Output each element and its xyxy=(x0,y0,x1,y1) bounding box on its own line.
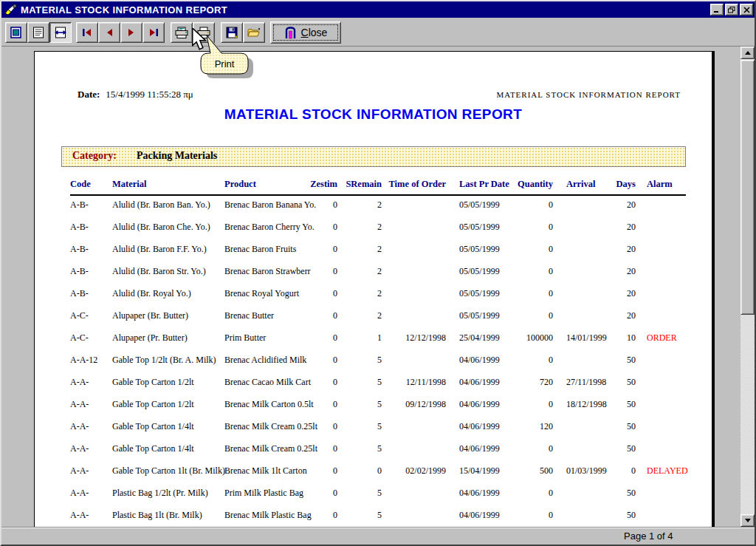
table-body: A-B-Alulid (Br. Baron Ban. Yo.)Brenac Ba… xyxy=(70,198,686,527)
window-title: MATERIAL STOCK INFORMATION REPORT xyxy=(21,4,709,16)
printer-setup-icon xyxy=(174,27,189,39)
cell-lastpr: 04/06/1999 xyxy=(459,377,522,388)
cell-zestim: 0 xyxy=(308,510,337,521)
cell-days: 20 xyxy=(611,310,636,321)
scroll-down-button[interactable] xyxy=(740,514,755,527)
table-row: A-B-Alulid (Br. Baron F.F. Yo.)Brenac Ba… xyxy=(70,242,686,265)
cell-zestim: 0 xyxy=(308,355,337,366)
first-page-button[interactable] xyxy=(76,22,98,43)
table-row: A-B-Alulid (Br. Baron Ban. Yo.)Brenac Ba… xyxy=(70,198,686,220)
up-arrow-icon xyxy=(745,48,751,55)
cell-sremain: 2 xyxy=(345,222,382,233)
table-row: A-C-Alupaper (Br. Butter)Brenac Butter02… xyxy=(70,309,686,331)
report-page: Date:15/4/1999 11:55:28 πμ MATERIAL STOC… xyxy=(34,51,715,527)
close-window-button[interactable] xyxy=(740,4,753,16)
table-row: A-A-Plastic Bag 1/2lt (Pr. Milk)Prim Mil… xyxy=(70,486,686,508)
close-report-button[interactable]: Close xyxy=(270,21,341,44)
zoom-fit-button[interactable] xyxy=(5,22,27,43)
column-header-alarm: Alarm xyxy=(647,179,686,190)
cell-code: A-C- xyxy=(70,310,110,321)
table-row: A-B-Alulid (Br. Royal Yo.)Brenac Royal Y… xyxy=(70,287,686,309)
cell-zestim: 0 xyxy=(308,266,337,277)
print-tooltip-label: Print xyxy=(215,58,235,69)
toolbar: Close xyxy=(1,18,755,46)
cell-sremain: 2 xyxy=(345,266,382,277)
cell-days: 50 xyxy=(611,421,636,432)
cell-sremain: 5 xyxy=(345,421,382,432)
cell-sremain: 1 xyxy=(345,332,382,344)
cell-sremain: 2 xyxy=(345,199,382,211)
close-button-label: Close xyxy=(301,27,328,38)
cell-code: A-B- xyxy=(70,222,110,233)
next-page-button[interactable] xyxy=(120,22,142,43)
cell-qty: 0 xyxy=(518,310,553,321)
cell-material: Gable Top Carton 1/2lt xyxy=(112,399,223,410)
cell-zestim: 0 xyxy=(308,399,337,410)
cell-time: 12/11/1998 xyxy=(383,377,446,388)
zoom-fit-icon xyxy=(10,27,22,38)
report-header-right: MATERIAL STOCK INFORMATION REPORT xyxy=(496,90,681,99)
table-row: A-A-Gable Top Carton 1/2ltBrenac Cacao M… xyxy=(70,375,686,397)
cell-code: A-A-12 xyxy=(70,355,110,366)
cell-code: A-C- xyxy=(70,332,110,344)
zoom-width-button[interactable] xyxy=(49,22,72,43)
cell-material: Gable Top Carton 1/2lt xyxy=(112,377,223,388)
cell-qty: 0 xyxy=(518,488,553,499)
cell-code: A-A- xyxy=(70,421,110,432)
last-page-icon xyxy=(148,28,159,37)
cell-arrival: 01/03/1999 xyxy=(566,465,612,477)
table-row: A-A-Plastic Bag 1lt (Br. Milk)Brenac Mil… xyxy=(70,508,686,527)
cell-code: A-A- xyxy=(70,443,110,454)
zoom-100-icon xyxy=(32,27,44,38)
cell-days: 50 xyxy=(611,377,636,388)
cell-material: Plastic Bag 1lt (Br. Milk) xyxy=(112,510,223,521)
cell-code: A-A- xyxy=(70,488,110,499)
printer-setup-button[interactable] xyxy=(171,22,193,43)
date-label: Date: xyxy=(78,89,100,100)
category-bar: Category: Packing Materials xyxy=(61,146,686,167)
scrollbar-thumb[interactable] xyxy=(740,60,755,315)
cell-time: 09/12/1998 xyxy=(383,399,446,410)
cell-days: 20 xyxy=(611,244,636,255)
cell-alarm: ORDER xyxy=(647,332,686,344)
cell-lastpr: 15/04/1999 xyxy=(459,465,522,477)
minimize-button[interactable] xyxy=(710,4,724,16)
table-row: A-A-Gable Top Carton 1/4ltBrenac Milk Cr… xyxy=(70,442,686,464)
cell-lastpr: 04/06/1999 xyxy=(459,421,522,432)
cell-sremain: 5 xyxy=(345,355,382,366)
column-header-time: Time of Order xyxy=(383,179,446,190)
cell-days: 50 xyxy=(611,355,636,366)
cell-qty: 0 xyxy=(518,288,553,299)
cell-sremain: 2 xyxy=(345,244,382,255)
cell-arrival: 18/12/1998 xyxy=(566,399,612,410)
vertical-scrollbar[interactable] xyxy=(740,47,755,527)
cell-qty: 0 xyxy=(518,510,553,521)
cell-lastpr: 05/05/1999 xyxy=(459,288,522,299)
table-row: A-A-Gable Top Carton 1/2ltBrenac Milk Ca… xyxy=(70,397,686,420)
scroll-up-button[interactable] xyxy=(740,47,755,59)
cell-material: Gable Top 1/2lt (Br. A. Milk) xyxy=(112,355,223,366)
cell-material: Alulid (Br. Baron Str. Yo.) xyxy=(112,266,223,277)
cell-days: 20 xyxy=(611,222,636,233)
cell-days: 10 xyxy=(611,332,636,344)
cell-qty: 120 xyxy=(518,421,553,432)
cell-sremain: 5 xyxy=(345,488,382,499)
previous-page-button[interactable] xyxy=(98,22,120,43)
cell-zestim: 0 xyxy=(308,244,337,255)
cell-lastpr: 05/05/1999 xyxy=(459,266,522,277)
last-page-button[interactable] xyxy=(142,22,165,43)
down-arrow-icon xyxy=(745,519,751,525)
cell-zestim: 0 xyxy=(308,199,337,211)
cell-lastpr: 05/05/1999 xyxy=(459,222,522,233)
cell-code: A-B- xyxy=(70,266,110,277)
cell-zestim: 0 xyxy=(308,465,337,477)
cell-zestim: 0 xyxy=(308,488,337,499)
cell-zestim: 0 xyxy=(308,222,337,233)
cell-material: Gable Top Carton 1/4lt xyxy=(112,421,223,432)
table-row: A-A-Gable Top Carton 1/4ltBrenac Milk Cr… xyxy=(70,420,686,442)
zoom-100-button[interactable] xyxy=(27,22,49,43)
cell-days: 20 xyxy=(611,266,636,277)
cell-zestim: 0 xyxy=(308,332,337,344)
restore-button[interactable] xyxy=(725,4,738,16)
zoom-width-icon xyxy=(54,27,67,38)
